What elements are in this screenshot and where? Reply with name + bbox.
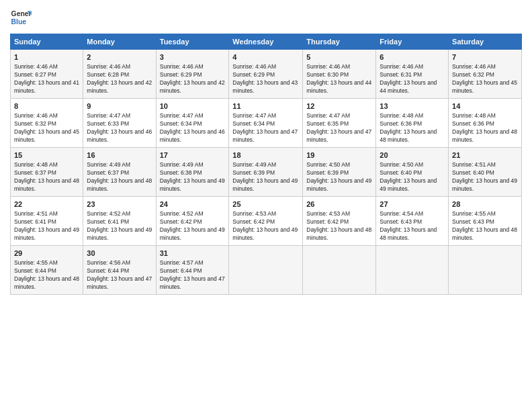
calendar-cell	[376, 245, 449, 294]
day-number: 7	[452, 52, 518, 62]
calendar-week-row: 22Sunrise: 4:51 AMSunset: 6:41 PMDayligh…	[11, 196, 522, 245]
day-number: 17	[160, 150, 226, 161]
day-number: 30	[87, 248, 152, 259]
calendar-cell: 19Sunrise: 4:50 AMSunset: 6:39 PMDayligh…	[303, 147, 376, 196]
calendar-cell: 28Sunrise: 4:55 AMSunset: 6:43 PMDayligh…	[449, 196, 522, 245]
calendar-cell: 5Sunrise: 4:46 AMSunset: 6:30 PMDaylight…	[303, 50, 376, 99]
day-number: 2	[87, 52, 152, 62]
calendar-cell: 25Sunrise: 4:53 AMSunset: 6:42 PMDayligh…	[229, 196, 303, 245]
calendar-cell: 17Sunrise: 4:49 AMSunset: 6:38 PMDayligh…	[156, 147, 229, 196]
header-cell-friday: Friday	[376, 34, 449, 50]
day-number: 27	[380, 199, 445, 210]
day-number: 12	[306, 101, 372, 111]
calendar-week-row: 29Sunrise: 4:55 AMSunset: 6:44 PMDayligh…	[11, 245, 522, 294]
calendar-cell: 22Sunrise: 4:51 AMSunset: 6:41 PMDayligh…	[11, 196, 83, 245]
header-cell-sunday: Sunday	[11, 34, 83, 50]
calendar-cell: 29Sunrise: 4:55 AMSunset: 6:44 PMDayligh…	[11, 245, 83, 294]
day-number: 16	[87, 150, 152, 161]
day-number: 5	[306, 52, 372, 62]
svg-text:Blue: Blue	[11, 18, 27, 26]
calendar-cell: 1Sunrise: 4:46 AMSunset: 6:27 PMDaylight…	[11, 50, 83, 99]
day-number: 25	[232, 199, 299, 210]
day-number: 4	[232, 52, 299, 62]
calendar-cell: 26Sunrise: 4:53 AMSunset: 6:42 PMDayligh…	[303, 196, 376, 245]
day-number: 24	[160, 199, 226, 210]
calendar-cell: 3Sunrise: 4:46 AMSunset: 6:29 PMDaylight…	[156, 50, 229, 99]
calendar-body: 1Sunrise: 4:46 AMSunset: 6:27 PMDaylight…	[11, 50, 522, 295]
header-cell-tuesday: Tuesday	[156, 34, 229, 50]
header-cell-thursday: Thursday	[303, 34, 376, 50]
day-number: 14	[452, 101, 518, 111]
calendar-cell: 13Sunrise: 4:48 AMSunset: 6:36 PMDayligh…	[376, 98, 449, 147]
calendar-week-row: 15Sunrise: 4:48 AMSunset: 6:37 PMDayligh…	[11, 147, 522, 196]
page: General Blue SundayMondayTuesdayWednesda…	[0, 0, 532, 411]
header-cell-wednesday: Wednesday	[229, 34, 303, 50]
calendar-cell	[303, 245, 376, 294]
day-number: 1	[14, 52, 79, 62]
day-number: 9	[87, 101, 152, 111]
calendar-table: SundayMondayTuesdayWednesdayThursdayFrid…	[10, 34, 522, 295]
day-number: 13	[380, 101, 445, 111]
calendar-cell: 24Sunrise: 4:52 AMSunset: 6:42 PMDayligh…	[156, 196, 229, 245]
logo-icon: General Blue	[10, 7, 32, 28]
calendar-cell: 27Sunrise: 4:54 AMSunset: 6:43 PMDayligh…	[376, 196, 449, 245]
calendar-cell: 16Sunrise: 4:49 AMSunset: 6:37 PMDayligh…	[83, 147, 156, 196]
calendar-cell: 21Sunrise: 4:51 AMSunset: 6:40 PMDayligh…	[449, 147, 522, 196]
day-number: 26	[306, 199, 372, 210]
day-number: 28	[452, 199, 518, 210]
day-number: 21	[452, 150, 518, 161]
calendar-cell: 30Sunrise: 4:56 AMSunset: 6:44 PMDayligh…	[83, 245, 156, 294]
calendar-cell: 2Sunrise: 4:46 AMSunset: 6:28 PMDaylight…	[83, 50, 156, 99]
header-cell-monday: Monday	[83, 34, 156, 50]
calendar-cell: 31Sunrise: 4:57 AMSunset: 6:44 PMDayligh…	[156, 245, 229, 294]
calendar-cell: 15Sunrise: 4:48 AMSunset: 6:37 PMDayligh…	[11, 147, 83, 196]
day-number: 10	[160, 101, 226, 111]
calendar-cell: 7Sunrise: 4:46 AMSunset: 6:32 PMDaylight…	[449, 50, 522, 99]
calendar-cell: 8Sunrise: 4:46 AMSunset: 6:32 PMDaylight…	[11, 98, 83, 147]
calendar-cell: 23Sunrise: 4:52 AMSunset: 6:41 PMDayligh…	[83, 196, 156, 245]
calendar-cell: 4Sunrise: 4:46 AMSunset: 6:29 PMDaylight…	[229, 50, 303, 99]
calendar-cell: 11Sunrise: 4:47 AMSunset: 6:34 PMDayligh…	[229, 98, 303, 147]
day-number: 11	[232, 101, 299, 111]
calendar-cell: 12Sunrise: 4:47 AMSunset: 6:35 PMDayligh…	[303, 98, 376, 147]
calendar-cell: 6Sunrise: 4:46 AMSunset: 6:31 PMDaylight…	[376, 50, 449, 99]
calendar-cell: 14Sunrise: 4:48 AMSunset: 6:36 PMDayligh…	[449, 98, 522, 147]
day-number: 31	[160, 248, 226, 259]
day-number: 19	[306, 150, 372, 161]
day-number: 8	[14, 101, 79, 111]
day-number: 15	[14, 150, 79, 161]
logo: General Blue	[10, 7, 32, 28]
calendar-cell	[229, 245, 303, 294]
calendar-week-row: 8Sunrise: 4:46 AMSunset: 6:32 PMDaylight…	[11, 98, 522, 147]
day-number: 20	[380, 150, 445, 161]
calendar-cell: 18Sunrise: 4:49 AMSunset: 6:39 PMDayligh…	[229, 147, 303, 196]
day-number: 18	[232, 150, 299, 161]
day-number: 3	[160, 52, 226, 62]
day-number: 6	[380, 52, 445, 62]
header: General Blue	[10, 7, 522, 28]
header-cell-saturday: Saturday	[449, 34, 522, 50]
day-number: 23	[87, 199, 152, 210]
calendar-cell	[449, 245, 522, 294]
day-number: 29	[14, 248, 79, 259]
calendar-cell: 20Sunrise: 4:50 AMSunset: 6:40 PMDayligh…	[376, 147, 449, 196]
calendar-week-row: 1Sunrise: 4:46 AMSunset: 6:27 PMDaylight…	[11, 50, 522, 99]
day-number: 22	[14, 199, 79, 210]
calendar-header-row: SundayMondayTuesdayWednesdayThursdayFrid…	[11, 34, 522, 50]
calendar-cell: 9Sunrise: 4:47 AMSunset: 6:33 PMDaylight…	[83, 98, 156, 147]
calendar-cell: 10Sunrise: 4:47 AMSunset: 6:34 PMDayligh…	[156, 98, 229, 147]
